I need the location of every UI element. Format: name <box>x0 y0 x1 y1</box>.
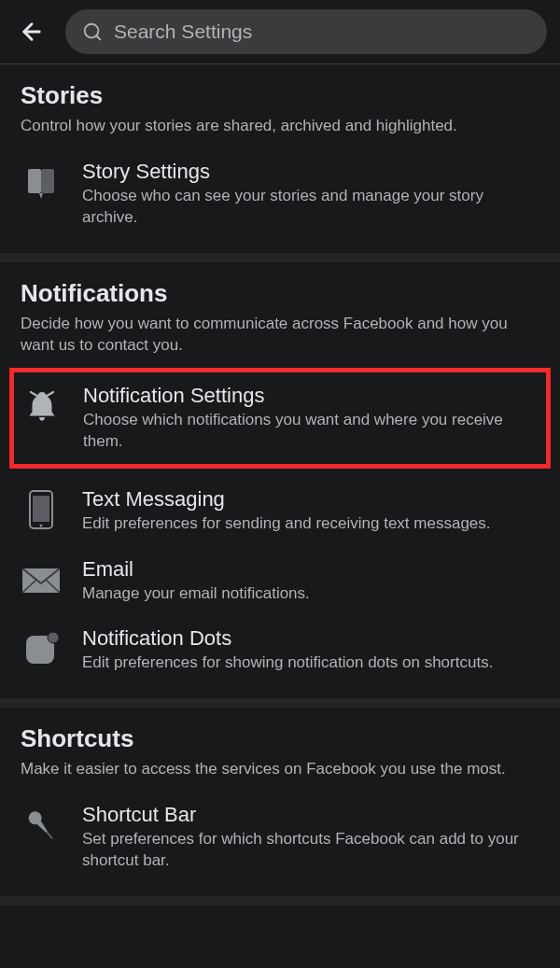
item-title: Notification Dots <box>82 626 539 651</box>
item-desc: Set preferences for which shortcuts Face… <box>82 829 539 872</box>
item-title: Shortcut Bar <box>82 803 539 827</box>
item-desc: Manage your email notifications. <box>82 583 539 605</box>
section-desc-shortcuts: Make it easier to access the services on… <box>21 759 539 780</box>
item-notification-settings[interactable]: Notification Settings Choose which notif… <box>9 368 551 469</box>
arrow-left-icon <box>19 19 45 45</box>
item-title: Text Messaging <box>82 487 539 512</box>
phone-icon <box>21 489 62 530</box>
svg-rect-4 <box>41 169 54 193</box>
section-title-shortcuts: Shortcuts <box>21 724 539 753</box>
svg-point-10 <box>48 632 59 643</box>
header: Search Settings <box>0 0 560 64</box>
section-title-stories: Stories <box>21 81 539 110</box>
item-desc: Choose who can see your stories and mana… <box>82 186 539 229</box>
section-desc-stories: Control how your stories are shared, arc… <box>21 116 539 137</box>
item-title: Story Settings <box>82 160 539 184</box>
item-text: Email Manage your email notifications. <box>82 557 539 605</box>
app-dot-icon <box>21 628 62 669</box>
section-notifications: Notifications Decide how you want to com… <box>0 262 560 708</box>
svg-rect-3 <box>28 169 41 193</box>
section-title-notifications: Notifications <box>21 279 539 308</box>
svg-line-2 <box>96 35 100 39</box>
item-text-messaging[interactable]: Text Messaging Edit preferences for send… <box>21 476 539 546</box>
item-title: Notification Settings <box>83 384 539 408</box>
section-stories: Stories Control how your stories are sha… <box>0 64 560 262</box>
item-text: Notification Settings Choose which notif… <box>83 384 539 453</box>
item-notification-dots[interactable]: Notification Dots Edit preferences for s… <box>21 615 539 685</box>
item-shortcut-bar[interactable]: Shortcut Bar Set preferences for which s… <box>21 792 539 883</box>
item-desc: Edit preferences for sending and receivi… <box>82 513 539 535</box>
search-placeholder: Search Settings <box>114 21 252 43</box>
item-title: Email <box>82 557 539 582</box>
search-icon <box>82 21 103 42</box>
item-text: Shortcut Bar Set preferences for which s… <box>82 803 539 872</box>
section-desc-notifications: Decide how you want to communicate acros… <box>21 314 539 357</box>
svg-rect-6 <box>33 496 49 522</box>
item-desc: Edit preferences for showing notificatio… <box>82 652 539 674</box>
item-text: Story Settings Choose who can see your s… <box>82 160 539 229</box>
book-icon <box>21 161 62 203</box>
item-email[interactable]: Email Manage your email notifications. <box>21 546 539 616</box>
envelope-icon <box>21 559 62 600</box>
pin-icon <box>21 805 62 846</box>
item-desc: Choose which notifications you want and … <box>83 410 539 453</box>
item-text: Text Messaging Edit preferences for send… <box>82 487 539 535</box>
section-shortcuts: Shortcuts Make it easier to access the s… <box>0 708 560 905</box>
item-story-settings[interactable]: Story Settings Choose who can see your s… <box>21 148 539 240</box>
svg-point-7 <box>40 524 43 526</box>
back-button[interactable] <box>13 13 50 50</box>
bell-icon <box>21 386 63 427</box>
search-input[interactable]: Search Settings <box>65 9 547 54</box>
item-text: Notification Dots Edit preferences for s… <box>82 626 539 674</box>
